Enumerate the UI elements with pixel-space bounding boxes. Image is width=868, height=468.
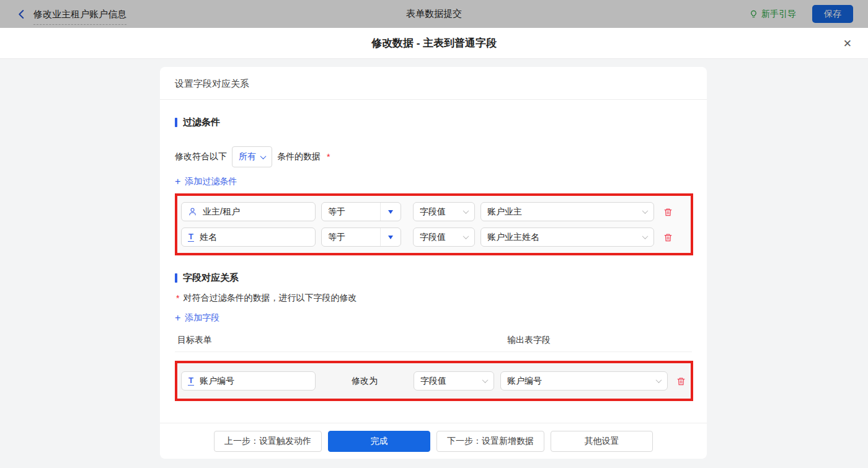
chevron-down-icon [463, 208, 469, 214]
text-field-icon: T [188, 232, 194, 242]
chevron-down-icon [642, 233, 649, 239]
filter-value-type-select[interactable]: 字段值 [413, 202, 475, 221]
done-button[interactable]: 完成 [328, 431, 430, 452]
card-header-title: 设置字段对应关系 [160, 67, 707, 100]
chevron-down-icon [656, 377, 662, 383]
guide-label: 新手引导 [761, 9, 796, 20]
close-icon[interactable]: ✕ [843, 38, 852, 48]
filter-conditions-highlight-box: 业主/租户 等于 字段值 账户业主 [175, 193, 693, 255]
prev-step-button[interactable]: 上一步：设置触发动作 [214, 431, 322, 452]
section-bar [175, 118, 177, 127]
trash-icon [663, 207, 673, 217]
mapping-row: T 账户编号 修改为 字段值 账户编号 [181, 371, 687, 391]
mapping-section-title: 字段对应关系 [175, 272, 692, 284]
mapping-value-type-select[interactable]: 字段值 [414, 371, 494, 391]
next-step-button[interactable]: 下一步：设置新增数据 [436, 431, 544, 452]
mapping-value-select[interactable]: 账户编号 [500, 371, 668, 391]
filter-field-input[interactable]: 业主/租户 [181, 202, 316, 221]
chevron-down-icon [260, 153, 267, 159]
filter-section-title: 过滤条件 [175, 117, 692, 128]
field-mapping-card: 设置字段对应关系 过滤条件 修改符合以下 所有 条件的数据 * + 添加过滤条件 [160, 67, 707, 459]
delete-row-button[interactable] [676, 376, 686, 386]
mapping-column-headers: 目标表单 输出表字段 [175, 335, 692, 352]
lightbulb-icon [749, 9, 758, 19]
page-title: 修改业主租户账户信息 [33, 9, 126, 25]
trash-icon [676, 376, 686, 386]
caret-down-icon [380, 228, 401, 246]
plus-icon: + [175, 177, 180, 187]
output-field-column-label: 输出表字段 [507, 335, 551, 346]
section-bar [175, 273, 177, 283]
modify-to-label: 修改为 [316, 376, 414, 387]
dialog-body: 设置字段对应关系 过滤条件 修改符合以下 所有 条件的数据 * + 添加过滤条件 [0, 60, 868, 468]
target-form-column-label: 目标表单 [177, 335, 507, 346]
filter-value-select[interactable]: 账户业主 [480, 202, 654, 221]
save-button[interactable]: 保存 [812, 5, 853, 23]
filter-operator-select[interactable]: 等于 [321, 202, 401, 221]
chevron-down-icon [463, 233, 469, 239]
delete-row-button[interactable] [663, 207, 673, 217]
card-footer: 上一步：设置触发动作 完成 下一步：设置新增数据 其他设置 [160, 423, 707, 459]
user-icon [188, 207, 197, 216]
dialog-header: 修改数据 - 主表到普通字段 ✕ [0, 28, 868, 59]
mapping-field-input[interactable]: T 账户编号 [181, 371, 316, 391]
delete-row-button[interactable] [663, 232, 673, 242]
topbar: 修改业主租户账户信息 表单数据提交 新手引导 保存 [0, 0, 868, 28]
caret-down-icon [380, 203, 401, 221]
required-asterisk: * [327, 152, 330, 162]
other-settings-button[interactable]: 其他设置 [551, 431, 653, 452]
add-filter-condition-link[interactable]: + 添加过滤条件 [175, 176, 237, 187]
chevron-down-icon [642, 208, 649, 214]
match-mode-select[interactable]: 所有 [232, 146, 272, 167]
plus-icon: + [175, 313, 180, 323]
beginner-guide-link[interactable]: 新手引导 [749, 9, 796, 20]
filter-value-select[interactable]: 账户业主姓名 [480, 227, 654, 247]
field-mapping-highlight-box: T 账户编号 修改为 字段值 账户编号 [175, 361, 693, 401]
text-field-icon: T [188, 376, 194, 386]
topbar-center-title: 表单数据提交 [406, 8, 462, 20]
trash-icon [663, 232, 673, 242]
back-icon[interactable] [16, 9, 27, 20]
mapping-description: * 对符合过滤条件的数据，进行以下字段的修改 [175, 293, 692, 304]
dialog-title: 修改数据 - 主表到普通字段 [371, 36, 497, 50]
filter-field-input[interactable]: T 姓名 [181, 227, 316, 247]
filter-row: T 姓名 等于 字段值 账户业主姓名 [181, 227, 687, 247]
required-asterisk: * [176, 293, 179, 303]
filter-value-type-select[interactable]: 字段值 [413, 227, 475, 247]
match-suffix-label: 条件的数据 [277, 151, 321, 162]
add-field-link[interactable]: + 添加字段 [175, 312, 219, 324]
filter-operator-select[interactable]: 等于 [321, 227, 401, 247]
chevron-down-icon [482, 377, 489, 383]
match-prefix-label: 修改符合以下 [175, 151, 227, 162]
filter-row: 业主/租户 等于 字段值 账户业主 [181, 202, 687, 221]
match-mode-value: 所有 [239, 151, 256, 162]
